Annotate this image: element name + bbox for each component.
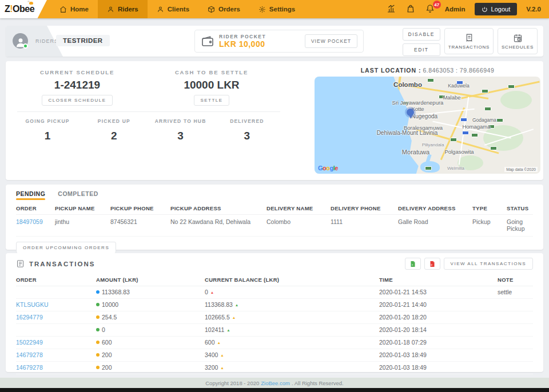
location-map[interactable]: Colombo Kaduwela Malabe Sri Jayawardenep… (315, 77, 540, 174)
map-label-moratuwa: Moratuwa (402, 149, 429, 155)
note-cell (498, 337, 533, 349)
user-menu[interactable]: Admin (445, 6, 466, 13)
stat-label: ARRIVED TO HUB (148, 118, 214, 124)
tab-completed[interactable]: COMPLETED (58, 190, 98, 200)
balance-value: 3400 (205, 351, 218, 358)
amount-dot (96, 290, 100, 294)
nav-item-label: Riders (118, 6, 138, 13)
order-link[interactable]: 14679278 (16, 364, 43, 371)
order-link[interactable]: 14679278 (16, 351, 43, 358)
stat-value: 2 (81, 130, 147, 142)
transaction-row: 113368.83 0 2020-01-21 14:53 settle (16, 286, 533, 299)
orders-card: PENDING COMPLETED ORDER PICKUP NAME PICK… (6, 185, 543, 250)
home-icon (59, 6, 67, 13)
order-link[interactable]: 18497059 (16, 218, 43, 225)
logout-label: Logout (491, 6, 511, 13)
note-cell (498, 362, 533, 374)
transaction-row: 14679278 200 3200 2020-01-03 18:49 (16, 362, 533, 374)
stat-delivered: DELIVERED 3 (214, 118, 280, 142)
stat-arrived-to-hub: ARRIVED TO HUB 3 (148, 118, 214, 142)
nav-item-riders[interactable]: Riders (98, 0, 148, 18)
order-link[interactable]: 15022949 (16, 339, 43, 346)
view-all-transactions-button[interactable]: VIEW ALL TRANSACTIONS (444, 258, 533, 270)
delivery-name-cell: Colombo (266, 215, 331, 237)
version-label: V.2.0 (526, 6, 541, 13)
edit-button[interactable]: EDIT (403, 43, 440, 56)
nav-item-label: Orders (218, 6, 240, 13)
current-schedule-label: CURRENT SCHEDULE (17, 69, 137, 75)
amount-value: 200 (102, 364, 112, 371)
package-icon (208, 6, 215, 13)
overview-card: CURRENT SCHEDULE 1-241219 CLOSER SCHEDUL… (6, 61, 543, 180)
notifications-button[interactable]: 47 (425, 4, 436, 14)
page: Z!Obee Home Riders Clients Orders S (0, 0, 549, 392)
closer-schedule-button[interactable]: CLOSER SCHEDULE (42, 95, 112, 106)
settle-button[interactable]: SETTLE (194, 95, 229, 106)
amount-value: 10000 (102, 301, 118, 308)
pdf-file-icon: p (429, 261, 436, 267)
col-delivery-phone: DELIVERY PHONE (331, 205, 398, 211)
disable-button[interactable]: DISABLE (403, 28, 440, 41)
nav-item-clients[interactable]: Clients (148, 0, 198, 18)
nav-item-settings[interactable]: Settings (249, 0, 304, 18)
current-schedule-block: CURRENT SCHEDULE 1-241219 CLOSER SCHEDUL… (17, 69, 137, 106)
road-shield (484, 107, 491, 111)
nav-item-orders[interactable]: Orders (198, 0, 249, 18)
nav-menu: Home Riders Clients Orders Settings (50, 0, 304, 18)
map-label-dehiwala: Dehiwala-Mount Lavinia (376, 130, 439, 136)
nav-item-home[interactable]: Home (50, 0, 98, 18)
chart-icon (387, 4, 396, 13)
note-cell (498, 299, 533, 311)
export-excel-button[interactable]: x (405, 258, 421, 270)
road-shield (425, 166, 432, 170)
logo-text: Z!Obee (5, 4, 34, 14)
trend-arrow (226, 328, 230, 332)
schedules-button[interactable]: SCHEDULES (498, 28, 538, 54)
view-pocket-button[interactable]: VIEW POCKET (305, 34, 357, 48)
transactions-title: TRANSACTIONS (16, 259, 95, 268)
transaction-row: 16294779 254.5 102665.5 2020-01-20 18:20 (16, 311, 533, 324)
order-link[interactable]: KTLSUGKU (16, 301, 49, 308)
last-location-value: 6.8463053 : 79.8666949 (423, 67, 494, 74)
logout-button[interactable]: Logout (475, 3, 518, 15)
nav-item-label: Home (70, 6, 89, 13)
order-upcoming-orders-button[interactable]: ORDER UPCOMMING ORDERS (16, 242, 116, 254)
receipt-icon (464, 33, 474, 43)
footer-link[interactable]: ZioBee.com (261, 380, 290, 386)
time-cell: 2020-01-20 18:14 (379, 324, 498, 337)
col-amount: AMOUNT (LKR) (96, 277, 205, 283)
order-link[interactable]: 16294779 (16, 314, 43, 321)
balance-value: 600 (205, 339, 215, 346)
stat-value: 1 (14, 130, 81, 142)
reports-button[interactable] (387, 4, 397, 14)
stat-picked-up: PICKED UP 2 (81, 118, 147, 142)
app-logo[interactable]: Z!Obee (0, 0, 47, 18)
transactions-button[interactable]: TRANSACTIONS (444, 28, 494, 54)
transaction-row: 0 102411 2020-01-20 18:14 (16, 324, 533, 337)
pickup-address-cell: No 22 Kawdana Rd, Dehiwala (170, 215, 266, 237)
orders-table-header: ORDER PICKUP NAME PICKUP PHONE PICKUP AD… (16, 205, 533, 215)
transactions-card: TRANSACTIONS x p VIEW ALL TRANSACTIONS O… (6, 253, 543, 372)
rider-name: TESTRIDER (56, 35, 110, 46)
rider-actions: DISABLE EDIT TRANSACTIONS SCHEDULES (403, 28, 538, 56)
footer-text: . All Rights Reserved. (292, 380, 344, 386)
bee-icon (29, 2, 33, 5)
balance-value: 102665.5 (205, 314, 230, 321)
road-shield (450, 138, 457, 142)
nav-item-label: Settings (269, 6, 295, 13)
note-cell (498, 311, 533, 324)
cart-button[interactable] (406, 4, 416, 14)
transactions-button-label: TRANSACTIONS (448, 45, 490, 50)
pocket-amount: LKR 10,000 (219, 39, 266, 49)
rider-location-marker[interactable] (407, 109, 414, 116)
col-delivery-address: DELIVERY ADDRESS (398, 205, 472, 211)
rider-icon (107, 6, 114, 13)
tab-pending[interactable]: PENDING (16, 190, 45, 200)
cash-settle-label: CASH TO BE SETTLE (152, 69, 272, 75)
receipt-icon (16, 259, 25, 268)
rider-header-card: RIDERS TESTRIDER RIDER POCKET LKR 10,000… (6, 26, 543, 57)
export-pdf-button[interactable]: p (424, 258, 440, 270)
pickup-phone-cell: 87456321 (110, 215, 170, 237)
time-cell: 2020-01-21 14:53 (379, 286, 498, 299)
note-cell (498, 349, 533, 362)
